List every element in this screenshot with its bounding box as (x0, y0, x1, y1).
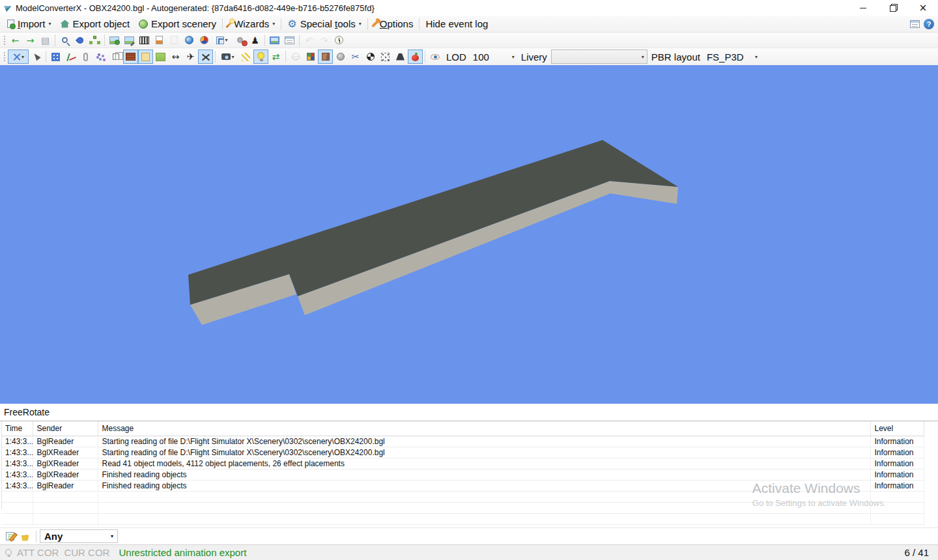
axes-display-button[interactable] (63, 49, 78, 64)
menu-item-export-object[interactable]: Export object (56, 16, 135, 32)
textured-view-button[interactable] (123, 49, 138, 64)
grid-points-button[interactable] (378, 49, 393, 64)
walk-mode-icon: ♟ (251, 36, 259, 45)
select-button[interactable] (29, 49, 44, 64)
report-icon[interactable] (910, 20, 920, 28)
restore-button[interactable] (878, 0, 908, 16)
log-row[interactable] (1, 491, 924, 502)
placement-icon (75, 35, 84, 44)
crosshair-button[interactable] (198, 49, 213, 64)
forward-button[interactable]: → (23, 33, 38, 48)
walk-mode-button[interactable]: ♟ (248, 33, 263, 48)
top-face (188, 140, 678, 305)
log-row[interactable]: 1:43:3...BglReaderFinished reading objec… (1, 480, 924, 491)
menu-item-export-scenery[interactable]: Export scenery (134, 16, 221, 32)
log-row[interactable]: 1:43:3...BglXReaderStarting reading of f… (1, 447, 924, 458)
close-button[interactable]: × (908, 0, 938, 16)
minimize-button[interactable] (848, 0, 878, 16)
sun-rays-button[interactable] (238, 49, 253, 64)
grid-points-icon (381, 53, 390, 61)
placement-button[interactable] (72, 33, 87, 48)
menu-item-options[interactable]: Options (369, 16, 418, 32)
animation-editor-icon (139, 36, 149, 44)
search-object-button[interactable] (57, 33, 72, 48)
particles-button[interactable] (93, 49, 108, 64)
material-editor-button[interactable] (122, 33, 137, 48)
aircraft-button[interactable]: ✈ (183, 49, 198, 64)
zoom-extents-button[interactable]: ▾ (8, 49, 29, 64)
wire-sphere-button[interactable] (288, 49, 303, 64)
menu-separator (281, 18, 281, 30)
table-left-border (1, 421, 2, 509)
flat-shading-button[interactable] (138, 49, 153, 64)
copy-button[interactable] (167, 33, 182, 48)
lod-select[interactable]: 100▾ (470, 49, 517, 64)
textured-cube-button[interactable] (318, 49, 333, 64)
weight-button[interactable] (393, 49, 408, 64)
measure-button[interactable]: ↔ (168, 49, 183, 64)
help-icon[interactable]: ? (924, 19, 934, 29)
measure-icon: ↔ (172, 52, 180, 61)
animation-editor-button[interactable] (137, 33, 152, 48)
column-header-time[interactable]: Time (1, 421, 33, 436)
camera-button[interactable]: ▾ (218, 49, 238, 64)
livery-select[interactable]: ▾ (551, 49, 647, 64)
chevron-down-icon: ▾ (111, 533, 113, 539)
xml-view-button[interactable] (152, 33, 167, 48)
log-row[interactable] (1, 502, 924, 513)
column-header-level[interactable]: Level (870, 421, 924, 436)
viewport-3d[interactable] (0, 65, 938, 404)
log-row[interactable]: 1:43:3...BglXReaderFinished reading obje… (1, 469, 924, 480)
toolbar1-drag-handle[interactable] (3, 35, 6, 46)
event-log-view-button[interactable]: ▤ (38, 33, 53, 48)
redo-button[interactable]: ↷ (317, 33, 332, 48)
properties-form-button[interactable] (282, 33, 297, 48)
edit-log-button[interactable] (3, 529, 18, 544)
hint-bulb-icon (5, 549, 12, 555)
refresh-button[interactable]: ⇄ (268, 49, 283, 64)
visibility-button[interactable] (427, 49, 442, 64)
log-row[interactable]: 1:43:3...BglXReaderRead 41 object models… (1, 458, 924, 469)
texture-editor-button[interactable] (107, 33, 122, 48)
menu-item-special-tools[interactable]: ⚙Special tools▾ (283, 16, 365, 32)
column-header-message[interactable]: Message (98, 421, 870, 436)
column-header-sender[interactable]: Sender (33, 421, 98, 436)
color-cube-button[interactable] (303, 49, 318, 64)
event-log-panel: TimeSenderMessageLevel 1:43:3...BglReade… (0, 421, 938, 527)
ground-plane-button[interactable] (153, 49, 168, 64)
scale-button[interactable]: ▾ (212, 33, 233, 48)
back-button[interactable]: ← (8, 33, 23, 48)
ground-plane-icon (156, 53, 165, 61)
statistics-button[interactable] (197, 33, 212, 48)
level-cell: Information (870, 480, 924, 491)
event-log-view-icon: ▤ (41, 36, 50, 45)
undo-button[interactable]: ↶ (302, 33, 317, 48)
attach-points-button[interactable] (78, 49, 93, 64)
level-cell: Information (870, 447, 924, 458)
pbr-layout-select[interactable]: FS_P3D▾ (704, 49, 760, 64)
menu-item-hide-event-log[interactable]: Hide event log (421, 16, 492, 32)
earth-view-button[interactable] (182, 33, 197, 48)
zoom-extents-dropdown-arrow[interactable]: ▾ (21, 54, 24, 60)
log-row[interactable]: 1:43:3...BglReaderStarting reading of fi… (1, 436, 924, 447)
checker-ball-button[interactable] (363, 49, 378, 64)
screenshot-button[interactable] (267, 33, 282, 48)
camera-dropdown-arrow[interactable]: ▾ (231, 54, 234, 60)
apple-button[interactable] (408, 49, 423, 64)
menu-item-wizards[interactable]: Wizards▾ (224, 16, 279, 32)
grid-display-button[interactable] (48, 49, 63, 64)
history-button[interactable] (332, 33, 347, 48)
toolbar2-drag-handle[interactable] (3, 51, 6, 62)
hierarchy-button[interactable] (87, 33, 102, 48)
wireframe-button[interactable] (108, 49, 123, 64)
scale-dropdown-arrow[interactable]: ▾ (225, 37, 227, 43)
level-filter-select[interactable]: Any ▾ (40, 529, 118, 543)
clear-log-button[interactable] (18, 529, 33, 544)
gray-sphere-button[interactable] (333, 49, 348, 64)
menu-item-import[interactable]: Import▾ (3, 16, 56, 32)
cut-path-button[interactable]: ✂ (348, 49, 363, 64)
log-row[interactable] (1, 513, 924, 524)
object-swap-button[interactable] (233, 33, 248, 48)
lighting-button[interactable] (253, 49, 268, 64)
options-icon (371, 20, 379, 27)
